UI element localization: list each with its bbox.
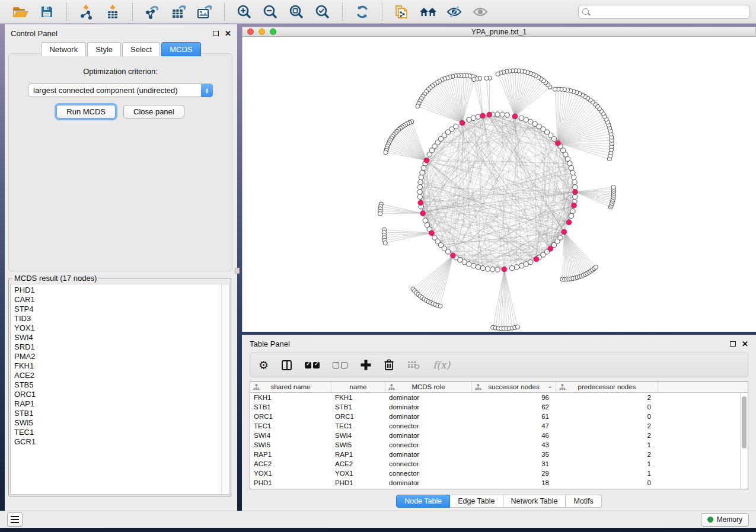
mcds-node-item[interactable]: TEC1 (14, 428, 229, 437)
tab-edge-table[interactable]: Edge Table (450, 495, 503, 508)
tab-network[interactable]: Network (41, 42, 86, 56)
table-row[interactable]: STB1STB1dominator620 (250, 402, 748, 412)
mcds-node-item[interactable]: ORC1 (14, 390, 229, 399)
graph-mcds-hub-node (460, 120, 465, 126)
delete-column-button[interactable] (384, 357, 394, 373)
table-row[interactable]: TEC1TEC1connector472 (250, 421, 748, 431)
mcds-node-item[interactable]: STB1 (14, 409, 229, 418)
table-row[interactable]: FKH1FKH1dominator962 (250, 393, 748, 402)
cell-mcds-role: connector (385, 422, 472, 430)
mcds-node-item[interactable]: RAP1 (14, 399, 229, 409)
task-history-button[interactable] (7, 512, 23, 527)
zoom-in-button[interactable] (235, 3, 253, 21)
search-input[interactable] (592, 8, 746, 16)
tab-network-table[interactable]: Network Table (503, 495, 566, 508)
graph-node (485, 267, 490, 271)
table-row[interactable]: SWI5SWI5connector431 (250, 440, 748, 450)
graph-node (496, 72, 500, 76)
graph-node (418, 180, 423, 184)
run-mcds-button[interactable]: Run MCDS (56, 105, 116, 118)
open-folder-icon (12, 5, 29, 19)
mcds-node-item[interactable]: YOX1 (14, 323, 229, 333)
cell-shared-name: SWI4 (250, 432, 331, 439)
toolbar-separator (224, 3, 225, 21)
eye-icon (473, 5, 488, 19)
cell-name: PHD1 (331, 479, 385, 486)
cell-shared-name: PHD1 (250, 479, 331, 486)
save-session-button[interactable] (38, 3, 56, 21)
deselect-all-rows-button[interactable] (333, 357, 347, 373)
search-box[interactable] (578, 5, 750, 19)
graph-node (476, 265, 480, 270)
mcds-node-item[interactable]: SRD1 (14, 342, 229, 352)
mcds-node-item[interactable]: SWI4 (14, 333, 229, 342)
criterion-selected-value: largest connected component (undirected) (28, 86, 201, 95)
open-file-button[interactable] (12, 3, 30, 21)
mcds-node-item[interactable]: PMA2 (14, 352, 229, 361)
mcds-result-list[interactable]: PHD1CAR1STP4TID3YOX1SWI4SRD1PMA2FKH1ACE2… (10, 284, 229, 495)
memory-button[interactable]: Memory (701, 513, 749, 527)
table-options-gear-button[interactable]: ⚙ (259, 357, 269, 373)
column-header-successor-nodes[interactable]: successor nodes⌄ (472, 382, 556, 392)
optimization-criterion-label: Optimization criterion: (9, 67, 232, 76)
close-table-panel-icon[interactable]: ✕ (742, 340, 748, 348)
vertical-splitter-grip[interactable] (235, 268, 240, 274)
refresh-button[interactable] (353, 3, 371, 21)
table-row[interactable]: ACE2ACE2connector311 (250, 459, 748, 469)
table-row[interactable]: RAP1RAP1dominator352 (250, 450, 748, 459)
clone-network-button[interactable] (393, 3, 411, 21)
table-scrollbar[interactable] (740, 393, 748, 489)
mcds-node-item[interactable]: TID3 (14, 314, 229, 323)
float-panel-icon[interactable] (213, 31, 219, 36)
export-image-button[interactable] (196, 3, 213, 21)
network-window-titlebar[interactable]: YPA_prune.txt_1 (242, 27, 756, 37)
column-header-mcds-role[interactable]: MCDS role (385, 382, 472, 392)
show-hidden-button[interactable] (471, 3, 489, 21)
mcds-node-item[interactable]: STP4 (14, 305, 229, 314)
column-header-name[interactable]: name (331, 382, 385, 392)
table-row[interactable]: PHD1PHD1dominator180 (250, 478, 748, 488)
export-table-button[interactable] (170, 3, 187, 21)
tab-node-table[interactable]: Node Table (396, 495, 450, 508)
float-table-panel-icon[interactable] (730, 341, 736, 347)
table-row[interactable]: SWI4SWI4dominator462 (250, 431, 748, 440)
graph-node (490, 267, 495, 272)
tab-mcds[interactable]: MCDS (161, 42, 200, 56)
mcds-list-scrollbar[interactable] (221, 284, 229, 494)
mcds-node-item[interactable]: GCR1 (14, 437, 229, 447)
mcds-node-item[interactable]: FKH1 (14, 361, 229, 371)
select-all-rows-button[interactable] (305, 357, 320, 373)
table-row[interactable]: YOX1YOX1connector291 (250, 469, 748, 478)
show-hide-columns-button[interactable] (282, 357, 292, 373)
zoom-out-button[interactable] (261, 3, 279, 21)
criterion-select[interactable]: largest connected component (undirected)… (28, 84, 213, 97)
zoom-fit-button[interactable] (288, 3, 305, 21)
column-header-predecessor-nodes[interactable]: predecessor nodes (556, 382, 658, 392)
mcds-node-item[interactable]: ACE2 (14, 371, 229, 380)
close-panel-icon[interactable]: ✕ (225, 30, 231, 37)
graph-node (514, 265, 519, 270)
graph-mcds-hub-node (566, 220, 572, 225)
import-table-button[interactable] (104, 3, 122, 21)
tab-select[interactable]: Select (122, 42, 160, 56)
hide-selected-button[interactable] (445, 3, 463, 21)
import-network-button[interactable] (78, 3, 95, 21)
add-column-button[interactable] (361, 357, 371, 373)
mcds-node-item[interactable]: CAR1 (14, 295, 229, 305)
column-header-shared-name[interactable]: shared name (250, 382, 331, 392)
network-canvas[interactable] (242, 37, 756, 332)
export-network-button[interactable] (143, 3, 161, 21)
graph-node (384, 150, 388, 155)
table-row[interactable]: ORC1ORC1dominator610 (250, 412, 748, 421)
show-all-button[interactable] (419, 3, 437, 21)
table-panel-title: Table Panel (250, 339, 290, 348)
cell-predecessor-nodes: 1 (556, 460, 658, 467)
tab-style[interactable]: Style (87, 42, 121, 56)
mcds-node-item[interactable]: STB5 (14, 380, 229, 390)
mcds-node-item[interactable]: SWI5 (14, 418, 229, 428)
zoom-selected-button[interactable] (314, 3, 331, 21)
close-panel-button[interactable]: Close panel (123, 105, 184, 118)
table-scrollbar-thumb[interactable] (742, 396, 747, 448)
tab-motifs[interactable]: Motifs (566, 495, 601, 508)
mcds-node-item[interactable]: PHD1 (14, 286, 229, 295)
